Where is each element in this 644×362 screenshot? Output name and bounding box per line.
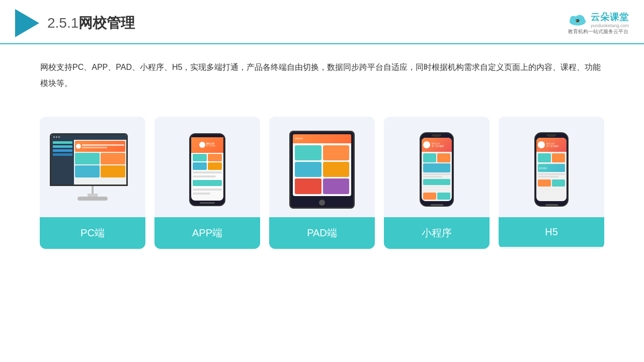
miniprogram-phone-icon: 职达人的 第一堂兴趣课 bbox=[420, 132, 454, 207]
description-paragraph: 网校支持PC、APP、PAD、小程序、H5，实现多端打通，产品各终端自由切换，数… bbox=[40, 59, 604, 92]
header: 2.5.1网校管理 🎓 云朵课堂 yunduoketang.com 教育机构一站… bbox=[0, 0, 644, 44]
pad-tablet-icon: 课程管理 bbox=[289, 131, 355, 209]
description-text: 网校支持PC、APP、PAD、小程序、H5，实现多端打通，产品各终端自由切换，数… bbox=[0, 44, 644, 97]
brand-name: 云朵课堂 bbox=[591, 11, 629, 23]
brand-url: yunduoketang.com bbox=[591, 23, 629, 28]
card-h5-label: H5 bbox=[499, 217, 604, 247]
card-pad-image: 课程管理 bbox=[269, 117, 375, 217]
card-h5: 职达人的 第一堂兴趣课 推荐课程 bbox=[499, 117, 604, 249]
card-miniprogram-label: 小程序 bbox=[384, 217, 490, 249]
card-app: 职达人的 第一堂兴趣课 bbox=[154, 117, 260, 249]
header-left: 2.5.1网校管理 bbox=[15, 9, 135, 37]
app-phone-icon: 职达人的 第一堂兴趣课 bbox=[189, 133, 225, 206]
card-pc-label: PC端 bbox=[40, 217, 145, 249]
pc-monitor-icon bbox=[50, 133, 135, 206]
brand-logo: 🎓 云朵课堂 yunduoketang.com bbox=[568, 11, 629, 28]
svg-text:🎓: 🎓 bbox=[575, 18, 580, 23]
title-number: 2.5.1 bbox=[47, 15, 78, 31]
brand-tagline: 教育机构一站式服务云平台 bbox=[568, 28, 628, 35]
card-h5-image: 职达人的 第一堂兴趣课 推荐课程 bbox=[499, 117, 604, 217]
title-chinese: 网校管理 bbox=[78, 15, 135, 31]
logo-triangle-icon bbox=[15, 9, 39, 37]
cards-container: PC端 职达人的 第一堂兴趣课 bbox=[0, 102, 644, 264]
h5-phone-icon: 职达人的 第一堂兴趣课 推荐课程 bbox=[534, 132, 569, 207]
cloud-logo-icon: 🎓 bbox=[568, 13, 588, 27]
card-pad: 课程管理 PAD端 bbox=[269, 117, 375, 249]
card-miniprogram-image: 职达人的 第一堂兴趣课 bbox=[384, 117, 490, 217]
card-pc-image bbox=[40, 117, 145, 217]
card-app-label: APP端 bbox=[154, 217, 260, 249]
brand-name-text: 云朵课堂 yunduoketang.com bbox=[591, 11, 629, 28]
card-pad-label: PAD端 bbox=[269, 217, 375, 249]
page-title: 2.5.1网校管理 bbox=[47, 14, 135, 33]
card-pc: PC端 bbox=[40, 117, 145, 249]
header-right: 🎓 云朵课堂 yunduoketang.com 教育机构一站式服务云平台 bbox=[568, 11, 629, 35]
card-miniprogram: 职达人的 第一堂兴趣课 bbox=[384, 117, 490, 249]
card-app-image: 职达人的 第一堂兴趣课 bbox=[154, 117, 260, 217]
